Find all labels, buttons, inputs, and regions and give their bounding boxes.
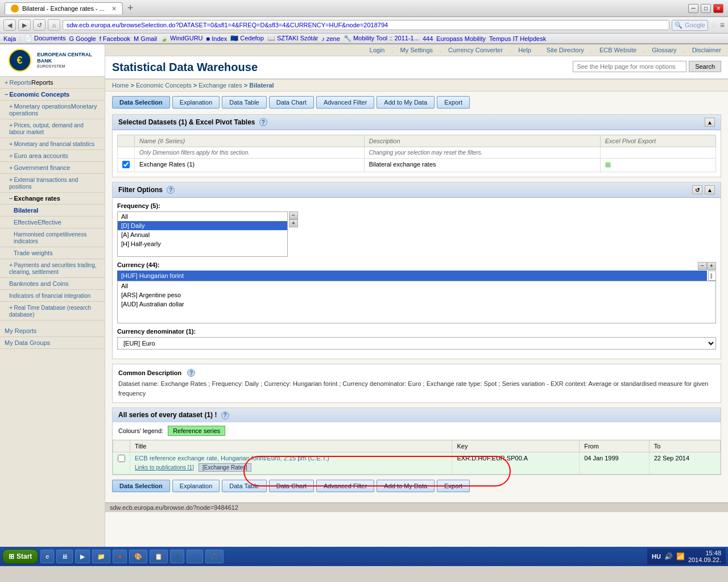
btn-data-table-bottom[interactable]: Data Table — [222, 480, 266, 492]
link-ecb-website[interactable]: ECB Website — [599, 47, 636, 53]
search-button[interactable]: Search — [689, 61, 721, 72]
btn-add-to-my-data-bottom[interactable]: Add to My Data — [377, 480, 435, 492]
btn-advanced-filter[interactable]: Advanced Filter — [316, 96, 374, 109]
btn-explanation[interactable]: Explanation — [172, 96, 220, 109]
btn-data-chart-bottom[interactable]: Data Chart — [269, 480, 314, 492]
sidebar-item-prices[interactable]: +Prices, output, demand and labour marke… — [0, 119, 105, 138]
forward-btn[interactable]: ▶ — [18, 19, 31, 31]
bookmark-documents[interactable]: 📄 Documents — [24, 35, 66, 42]
bookmark-tempus[interactable]: Tempus IT Helpdesk — [489, 35, 546, 42]
start-button[interactable]: ⊞ Start — [2, 549, 38, 564]
taskbar-outlook[interactable]: 📋 — [150, 550, 168, 563]
bookmark-sztaki[interactable]: 📖 SZTAKI Szótár — [267, 35, 318, 42]
home-btn[interactable]: ⌂ — [48, 19, 60, 31]
nav-star-icon[interactable]: ☆ — [710, 20, 718, 30]
address-bar[interactable]: sdw.ecb.europa.eu/browseSelection.do?DAT… — [63, 20, 669, 30]
filter-reset-btn[interactable]: ↺ — [692, 185, 702, 194]
link-my-settings[interactable]: My Settings — [400, 47, 433, 53]
maximize-btn[interactable]: □ — [701, 4, 711, 13]
btn-data-table[interactable]: Data Table — [222, 96, 266, 109]
btn-explanation-bottom[interactable]: Explanation — [172, 480, 220, 492]
taskbar-word[interactable]: W — [187, 550, 202, 563]
bookmark-index[interactable]: ■ Index — [206, 35, 228, 42]
sidebar-item-monetary-fin[interactable]: +Monetary and financial statistics — [0, 138, 105, 150]
btn-advanced-filter-bottom[interactable]: Advanced Filter — [316, 480, 374, 492]
currency-ars[interactable]: [ARS] Argentine peso — [118, 290, 715, 300]
excel-icon[interactable]: ⊞ — [605, 161, 611, 169]
taskbar-media[interactable]: ▶ — [75, 550, 90, 563]
sidebar-item-bilateral[interactable]: Bilateral — [0, 205, 105, 217]
freq-annual[interactable]: [A] Annual — [118, 230, 287, 239]
bookmark-444[interactable]: 444 — [423, 35, 433, 42]
series-links[interactable]: Links to publications [1] — [135, 464, 194, 471]
currency-listbox[interactable]: All [ARS] Argentine peso [AUD] Australia… — [117, 281, 716, 323]
link-login[interactable]: Login — [370, 47, 385, 53]
link-disclaimer[interactable]: Disclaimer — [692, 47, 721, 53]
taskbar-desktop[interactable]: 🖥 — [56, 550, 73, 563]
frequency-listbox[interactable]: All [D] Daily [A] Annual [H] Half-yearly — [117, 211, 288, 257]
minimize-btn[interactable]: ─ — [688, 4, 698, 13]
sidebar-item-banknotes[interactable]: Banknotes and Coins — [0, 278, 105, 290]
currency-plus-btn[interactable]: + — [707, 262, 716, 270]
sidebar-item-effective[interactable]: EffectiveEffective — [0, 217, 105, 228]
taskbar-paint[interactable]: 🎵 — [205, 550, 224, 563]
btn-export-bottom[interactable]: Export — [437, 480, 470, 492]
taskbar-network-icon[interactable]: 📶 — [676, 552, 685, 560]
nav-search-box[interactable]: 🔍 Google — [672, 20, 708, 31]
taskbar-explorer[interactable]: 📁 — [92, 550, 110, 563]
dataset-checkbox[interactable] — [122, 161, 130, 168]
bookmark-mobility[interactable]: 🔧 Mobility Tool :: 2011-1... — [344, 35, 419, 42]
bookmark-zene[interactable]: ♪ zene — [321, 35, 340, 42]
sidebar-item-economic-concepts[interactable]: −Economic Concepts — [0, 89, 105, 101]
close-btn[interactable]: ✕ — [713, 4, 723, 13]
common-desc-help-icon[interactable]: ? — [187, 369, 195, 377]
taskbar-ie[interactable]: e — [40, 550, 54, 563]
sidebar-item-payments[interactable]: +Payments and securities trading, cleari… — [0, 259, 105, 278]
nav-menu-icon[interactable]: ≡ — [720, 20, 725, 30]
freq-half-yearly[interactable]: [H] Half-yearly — [118, 239, 287, 248]
sidebar-item-real-time[interactable]: +Real Time Database (research database) — [0, 302, 105, 321]
refresh-btn[interactable]: ↺ — [33, 19, 46, 31]
bookmark-windguru[interactable]: 🍃 WindGURU — [160, 35, 203, 42]
taskbar-speaker-icon[interactable]: 🔊 — [664, 552, 673, 560]
sidebar-item-govt-finance[interactable]: +Government finance — [0, 162, 105, 174]
bookmark-facebook[interactable]: f Facebook — [100, 35, 130, 42]
bookmark-europass[interactable]: Europass Mobility — [436, 35, 486, 42]
sidebar-item-indicators[interactable]: Indicators of financial integration — [0, 290, 105, 302]
bookmark-kaja[interactable]: Kaja — [3, 35, 16, 42]
taskbar-ps[interactable]: 🎨 — [129, 550, 147, 563]
freq-daily[interactable]: [D] Daily — [118, 221, 287, 230]
currency-aud[interactable]: [AUD] Australian dollar — [118, 300, 715, 309]
filter-collapse-btn[interactable]: ▲ — [705, 185, 715, 194]
bookmark-cedefop[interactable]: 🇪🇺 Cedefop — [230, 35, 264, 42]
sidebar-item-external[interactable]: +External transactions and positions — [0, 174, 105, 193]
sidebar-item-my-data-groups[interactable]: My Data Groups — [0, 337, 105, 349]
sidebar-item-trade-weights[interactable]: Trade weights — [0, 247, 105, 259]
breadcrumb-home[interactable]: Home — [112, 82, 129, 89]
btn-data-selection[interactable]: Data Selection — [112, 96, 170, 109]
freq-plus-btn[interactable]: + — [289, 219, 298, 227]
currency-minus-btn[interactable]: − — [698, 262, 707, 270]
sidebar-item-my-reports[interactable]: My Reports — [0, 325, 105, 337]
new-tab-btn[interactable]: + — [127, 2, 134, 14]
denominator-select[interactable]: [EUR] Euro — [117, 337, 716, 350]
freq-minus-btn[interactable]: − — [289, 211, 298, 219]
back-btn[interactable]: ◀ — [3, 19, 16, 31]
currency-all[interactable]: All — [118, 281, 715, 290]
taskbar-excel[interactable]: X — [170, 550, 184, 563]
tab-close-btn[interactable]: ✕ — [111, 5, 117, 13]
sidebar-item-reports[interactable]: +ReportsReports — [0, 77, 105, 89]
browser-tab[interactable]: Bilateral - Exchange rates - ... ✕ — [5, 2, 123, 14]
link-help[interactable]: Help — [518, 47, 531, 53]
freq-all[interactable]: All — [118, 212, 287, 221]
link-site-directory[interactable]: Site Directory — [547, 47, 584, 53]
bookmark-gmail[interactable]: M Gmail — [134, 35, 157, 42]
btn-data-chart[interactable]: Data Chart — [269, 96, 314, 109]
search-input[interactable] — [573, 61, 686, 72]
sidebar-item-exchange-rates[interactable]: −Exchange rates — [0, 193, 105, 205]
sidebar-item-harmonised[interactable]: Harmonised competitiveness indicators — [0, 228, 105, 247]
btn-add-to-my-data[interactable]: Add to My Data — [377, 96, 435, 109]
breadcrumb-economic-concepts[interactable]: Economic Concepts — [136, 82, 192, 89]
breadcrumb-exchange-rates[interactable]: Exchange rates — [198, 82, 242, 89]
series-checkbox[interactable] — [118, 455, 125, 462]
